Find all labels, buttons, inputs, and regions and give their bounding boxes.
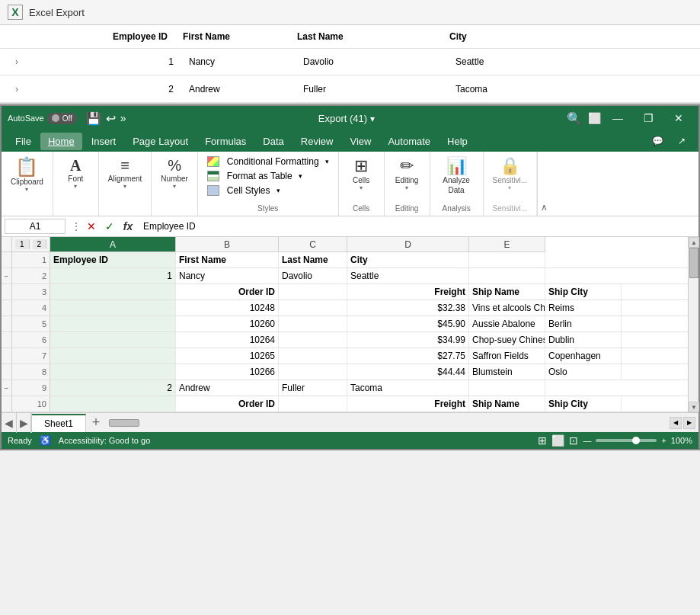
cell-r10c5[interactable]: Ship City [545, 396, 622, 412]
cell-r10c2[interactable] [279, 396, 347, 412]
formula-cancel-icon[interactable]: ✕ [84, 219, 99, 234]
sheet-nav-right[interactable]: ▶ [17, 413, 32, 433]
cell-r7c1[interactable]: 10265 [176, 348, 279, 364]
cell-r1c0[interactable]: Employee ID [50, 252, 176, 267]
page-layout-icon[interactable]: ⬜ [551, 434, 564, 447]
cell-r2c1[interactable]: Nancy [176, 268, 279, 283]
col-header-B[interactable]: B [176, 237, 279, 252]
cell-r7c4[interactable]: Saffron Fields [469, 348, 545, 364]
vertical-scrollbar[interactable]: ▲ ▼ [688, 237, 698, 412]
menu-home[interactable]: Home [40, 133, 82, 150]
cell-r8c4[interactable]: Blumstein [469, 364, 545, 380]
cell-r3c1[interactable]: Order ID [176, 284, 279, 299]
cell-r9c0[interactable]: 2 [50, 380, 176, 396]
cell-r6c1[interactable]: 10264 [176, 332, 279, 348]
col-header-E[interactable]: E [469, 237, 545, 252]
formula-confirm-icon[interactable]: ✓ [102, 219, 117, 234]
row-num-8[interactable]: 8 [12, 364, 50, 380]
page-break-icon[interactable]: ⊡ [569, 434, 578, 447]
cell-r1c4[interactable] [469, 252, 545, 267]
menu-help[interactable]: Help [439, 133, 475, 150]
maximize-button[interactable]: ❐ [634, 109, 662, 127]
font-button[interactable]: A Font ▾ [59, 155, 92, 193]
cell-r7c0[interactable] [50, 348, 176, 364]
cell-r5c1[interactable]: 10260 [176, 316, 279, 332]
add-sheet-button[interactable]: + [86, 413, 106, 433]
share-icon[interactable]: ↗ [671, 132, 692, 150]
cell-r2c0[interactable]: 1 [50, 268, 176, 283]
row-num-5[interactable]: 5 [12, 316, 50, 332]
preview-row-1[interactable]: › 1 Nancy Davolio Seattle [0, 48, 700, 75]
cell-r2c2[interactable]: Davolio [279, 268, 347, 283]
tab-2[interactable]: 2 [33, 239, 47, 249]
h-scroll-thumb[interactable] [109, 419, 139, 427]
row-num-1[interactable]: 1 [12, 252, 50, 267]
cell-r9c2[interactable]: Fuller [279, 380, 347, 396]
format-as-table-button[interactable]: Format as Table ▾ [204, 169, 332, 183]
cell-r4c0[interactable] [50, 300, 176, 316]
cell-r8c5[interactable]: Oslo [545, 364, 622, 380]
scroll-down-button[interactable]: ▼ [689, 402, 699, 412]
cell-r7c3[interactable]: $27.75 [347, 348, 469, 364]
menu-automate[interactable]: Automate [380, 133, 438, 150]
scroll-thumb[interactable] [689, 248, 698, 278]
minimize-button[interactable]: — [604, 109, 631, 127]
cell-r10c3[interactable]: Freight [347, 396, 469, 412]
cell-r8c1[interactable]: 10266 [176, 364, 279, 380]
cell-r6c0[interactable] [50, 332, 176, 348]
zoom-slider[interactable] [596, 439, 657, 442]
formula-options-icon[interactable]: ⋮ [72, 221, 81, 232]
filename-dropdown[interactable]: ▾ [370, 114, 375, 124]
cell-r2c4[interactable] [469, 268, 545, 283]
menu-review[interactable]: Review [293, 133, 341, 150]
menu-data[interactable]: Data [255, 133, 291, 150]
row-num-3[interactable]: 3 [12, 284, 50, 299]
zoom-minus[interactable]: — [583, 436, 591, 445]
search-icon[interactable]: 🔍 [567, 111, 582, 126]
collapse-btn-9[interactable]: − [5, 384, 9, 392]
cells-button[interactable]: ⊞ Cells ▾ [344, 155, 378, 194]
cell-r5c5[interactable]: Berlin [545, 316, 622, 332]
cell-r1c2[interactable]: Last Name [279, 252, 347, 267]
sensitivity-button[interactable]: 🔒 Sensitivi... ▾ [488, 155, 532, 194]
conditional-formatting-button[interactable]: Conditional Formatting ▾ [204, 155, 332, 168]
expand-arrow-2[interactable]: › [15, 84, 38, 94]
undo-icon[interactable]: ↩ [106, 111, 116, 126]
tab-1[interactable]: 1 [15, 239, 30, 249]
close-button[interactable]: ✕ [665, 109, 692, 127]
preview-row-2[interactable]: › 2 Andrew Fuller Tacoma [0, 75, 700, 103]
cell-r9c4[interactable] [469, 380, 545, 396]
zoom-thumb[interactable] [632, 437, 640, 444]
h-scrollbar[interactable] [106, 418, 666, 428]
menu-file[interactable]: File [8, 133, 39, 150]
menu-page-layout[interactable]: Page Layout [125, 133, 196, 150]
cell-r4c1[interactable]: 10248 [176, 300, 279, 316]
row-num-2[interactable]: 2 [12, 268, 50, 283]
cell-r4c2[interactable] [279, 300, 347, 316]
cell-r9c3[interactable]: Tacoma [347, 380, 469, 396]
cell-r5c4[interactable]: Aussie Abalone [469, 316, 545, 332]
cell-r6c4[interactable]: Chop-suey Chinese [469, 332, 545, 348]
normal-view-icon[interactable]: ⊞ [538, 434, 547, 447]
h-scroll-right[interactable]: ▶ [683, 417, 695, 429]
sheet-nav-left[interactable]: ◀ [2, 413, 17, 433]
scroll-track[interactable] [689, 248, 698, 402]
row-num-7[interactable]: 7 [12, 348, 50, 364]
cell-r6c5[interactable]: Dublin [545, 332, 622, 348]
cell-r8c2[interactable] [279, 364, 347, 380]
cell-r3c2[interactable] [279, 284, 347, 299]
editing-button[interactable]: ✏ Editing ▾ [390, 155, 424, 194]
comment-icon[interactable]: 💬 [647, 132, 668, 150]
analyze-data-button[interactable]: 📊 Analyze Data [438, 155, 475, 197]
zoom-level[interactable]: 100% [671, 436, 692, 445]
redo-icon[interactable]: » [120, 112, 126, 124]
cell-r5c2[interactable] [279, 316, 347, 332]
h-scroll-left[interactable]: ◀ [670, 417, 682, 429]
expand-arrow-1[interactable]: › [15, 56, 38, 67]
clipboard-button[interactable]: 📋 Clipboard ▾ [6, 155, 48, 196]
cell-r3c0[interactable] [50, 284, 176, 299]
menu-formulas[interactable]: Formulas [197, 133, 254, 150]
cell-r6c3[interactable]: $34.99 [347, 332, 469, 348]
scroll-up-button[interactable]: ▲ [689, 237, 699, 248]
menu-view[interactable]: View [342, 133, 379, 150]
